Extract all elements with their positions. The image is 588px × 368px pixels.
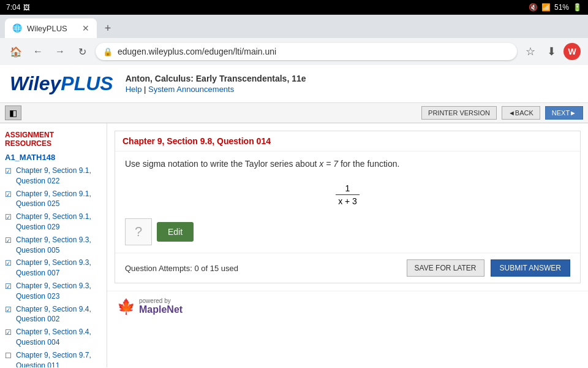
toolbar: ◧ PRINTER VERSION ◄BACK NEXT► (0, 103, 588, 123)
tab-favicon: 🌐 (12, 23, 22, 33)
wiley-logo: WileyPLUS (10, 72, 113, 95)
save-for-later-button[interactable]: SAVE FOR LATER (407, 259, 484, 277)
edit-button[interactable]: Edit (157, 222, 194, 242)
wiley-course-info: Anton, Calculus: Early Transcendentals, … (126, 74, 306, 94)
content-area: Chapter 9, Section 9.8, Question 014 Use… (107, 123, 588, 367)
sidebar-item-3[interactable]: ☑ Chapter 9, Section 9.3, Question 005 (2, 234, 104, 257)
sidebar-item-7[interactable]: ☑ Chapter 9, Section 9.4, Question 004 (2, 326, 104, 349)
main-layout: ASSIGNMENT RESOURCES A1_MATH148 ☑ Chapte… (0, 123, 588, 367)
sidebar-item-label-6: Chapter 9, Section 9.4, Question 002 (16, 304, 102, 325)
sidebar-item-label-5: Chapter 9, Section 9.3, Question 023 (16, 281, 102, 302)
math-denominator: x + 3 (336, 195, 360, 206)
photo-icon: 🖼 (23, 4, 30, 11)
sidebar-toggle-icon: ◧ (9, 108, 17, 118)
security-icon: 🔒 (103, 47, 113, 56)
sidebar-item-label-7: Chapter 9, Section 9.4, Question 004 (16, 327, 102, 348)
question-variable: x = 7 (319, 159, 338, 169)
maple-footer: 🍁 powered by MapleNet (107, 291, 588, 321)
answer-area: ? Edit (125, 218, 570, 245)
checkbox-icon-6: ☑ (5, 305, 13, 314)
sidebar-item-0[interactable]: ☑ Chapter 9, Section 9.1, Question 022 (2, 164, 104, 188)
new-tab-button[interactable]: + (99, 20, 116, 37)
tab-close-button[interactable]: ✕ (82, 23, 89, 33)
question-instruction: Use sigma notation to write the Taylor s… (125, 159, 317, 169)
sidebar-item-label-3: Chapter 9, Section 9.3, Question 005 (16, 235, 102, 256)
tab-bar: 🌐 WileyPLUS ✕ + (0, 15, 588, 38)
question-body: Use sigma notation to write the Taylor s… (115, 151, 580, 253)
refresh-button[interactable]: ↻ (74, 43, 91, 60)
maple-logo-name: MapleNet (139, 304, 183, 315)
checkbox-icon-0: ☑ (5, 167, 13, 175)
question-header: Chapter 9, Section 9.8, Question 014 (115, 131, 580, 151)
extension-button[interactable]: W (564, 43, 581, 60)
help-link[interactable]: Help (126, 85, 142, 94)
download-button[interactable]: ⬇ (543, 43, 560, 60)
question-instruction-end: for the function. (341, 159, 400, 169)
checkbox-icon-2: ☑ (5, 213, 13, 221)
sidebar-item-label-8: Chapter 9, Section 9.7, Question 011 (16, 350, 102, 367)
checkbox-icon-8: ☐ (5, 351, 13, 360)
back-button[interactable]: ← (29, 43, 47, 60)
forward-button[interactable]: → (51, 43, 69, 60)
sidebar-item-2[interactable]: ☑ Chapter 9, Section 9.1, Question 029 (2, 210, 104, 234)
checkbox-icon-3: ☑ (5, 236, 13, 245)
home-button[interactable]: 🏠 (7, 43, 24, 60)
checkbox-icon-5: ☑ (5, 282, 13, 291)
answer-placeholder[interactable]: ? (125, 218, 152, 245)
next-nav-button[interactable]: NEXT► (545, 106, 583, 120)
back-nav-button[interactable]: ◄BACK (502, 106, 540, 120)
sidebar-item-6[interactable]: ☑ Chapter 9, Section 9.4, Question 002 (2, 303, 104, 326)
time-display: 7:04 (6, 3, 20, 12)
checkbox-icon-1: ☑ (5, 190, 13, 199)
browser-tab[interactable]: 🌐 WileyPLUS ✕ (5, 18, 97, 38)
checkbox-icon-7: ☑ (5, 328, 13, 337)
battery-display: 51% (554, 3, 569, 12)
header-links: Help | System Announcements (126, 85, 306, 94)
sidebar: ASSIGNMENT RESOURCES A1_MATH148 ☑ Chapte… (0, 123, 107, 367)
sidebar-item-4[interactable]: ☑ Chapter 9, Section 9.3, Question 007 (2, 256, 104, 280)
question-text: Use sigma notation to write the Taylor s… (125, 159, 570, 169)
sidebar-item-label-0: Chapter 9, Section 9.1, Question 022 (16, 166, 102, 186)
address-bar: 🏠 ← → ↻ 🔒 ☆ ⬇ W (0, 38, 588, 65)
printer-version-button[interactable]: PRINTER VERSION (421, 106, 497, 120)
announcements-link[interactable]: System Announcements (148, 85, 234, 94)
question-card: Chapter 9, Section 9.8, Question 014 Use… (115, 131, 581, 283)
status-bar: 7:04 🖼 🔇 📶 51% 🔋 (0, 0, 588, 15)
checkbox-icon-4: ☑ (5, 259, 13, 267)
mute-icon: 🔇 (529, 3, 538, 12)
math-fraction: 1 x + 3 (336, 183, 360, 206)
sidebar-item-8[interactable]: ☐ Chapter 9, Section 9.7, Question 011 (2, 349, 104, 367)
sidebar-item-label-4: Chapter 9, Section 9.3, Question 007 (16, 258, 102, 278)
battery-icon: 🔋 (573, 3, 582, 12)
maple-powered-by: powered by (139, 297, 183, 304)
maple-leaf-icon: 🍁 (117, 298, 135, 315)
question-footer: Question Attempts: 0 of 15 used SAVE FOR… (115, 253, 580, 283)
course-title: Anton, Calculus: Early Transcendentals, … (126, 74, 306, 83)
maple-logo: 🍁 powered by MapleNet (117, 297, 183, 315)
sidebar-item-label-2: Chapter 9, Section 9.1, Question 029 (16, 212, 102, 232)
url-input[interactable] (96, 43, 517, 60)
bookmark-button[interactable]: ☆ (522, 43, 539, 60)
attempts-text: Question Attempts: 0 of 15 used (125, 264, 238, 273)
sidebar-item-label-1: Chapter 9, Section 9.1, Question 025 (16, 189, 102, 210)
sidebar-assignment-title[interactable]: A1_MATH148 (2, 151, 104, 164)
maple-text: powered by MapleNet (139, 297, 183, 315)
wifi-icon: 📶 (541, 3, 551, 12)
sidebar-section-title: ASSIGNMENT RESOURCES (2, 128, 104, 151)
sidebar-toggle-button[interactable]: ◧ (5, 105, 21, 120)
submit-answer-button[interactable]: SUBMIT ANSWER (491, 259, 570, 277)
sidebar-item-1[interactable]: ☑ Chapter 9, Section 9.1, Question 025 (2, 188, 104, 211)
math-numerator: 1 (336, 183, 360, 195)
tab-title: WileyPLUS (27, 24, 77, 33)
sidebar-item-5[interactable]: ☑ Chapter 9, Section 9.3, Question 023 (2, 280, 104, 303)
wiley-header: WileyPLUS Anton, Calculus: Early Transce… (0, 65, 588, 103)
